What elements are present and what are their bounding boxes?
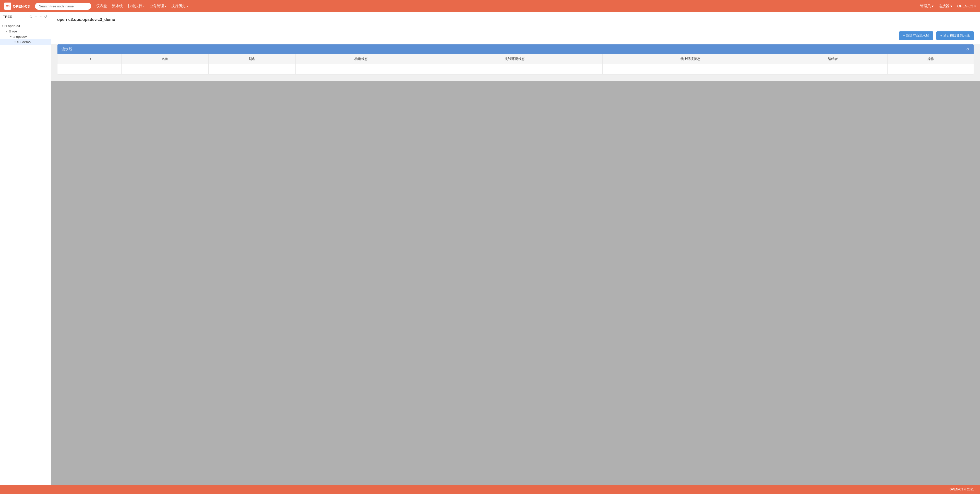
- chevron-down-icon: ▾: [187, 5, 188, 8]
- tree-node-label: ops: [12, 29, 18, 33]
- list-icon: ≡: [14, 41, 16, 44]
- admin-menu[interactable]: 管理员 ▾: [920, 4, 934, 8]
- nav-exec-history[interactable]: 执行历史 ▾: [171, 4, 188, 8]
- tree-collapse-icon[interactable]: −: [39, 14, 42, 19]
- col-editor: 编辑者: [778, 54, 888, 64]
- chevron-down-icon: ▾: [932, 4, 934, 8]
- col-alias: 别名: [208, 54, 296, 64]
- cell-name: [121, 64, 208, 74]
- top-navbar: C3 OPEN-C3 仪表盘 流水线 快速执行 ▾ 业务管理 ▾ 执行历史 ▾ …: [0, 0, 980, 12]
- search-input[interactable]: [35, 3, 91, 10]
- tree-node-label: c3_demo: [17, 40, 30, 44]
- nav-dashboard[interactable]: 仪表盘: [96, 4, 107, 8]
- cell-editor: [778, 64, 888, 74]
- cell-build-status: [296, 64, 427, 74]
- new-blank-pipeline-button[interactable]: + 新建空白流水线: [899, 32, 933, 40]
- nav-links: 仪表盘 流水线 快速执行 ▾ 业务管理 ▾ 执行历史 ▾: [96, 4, 915, 8]
- col-actions: 操作: [888, 54, 974, 64]
- gray-section: [51, 81, 980, 485]
- content-area: open-c3.ops.opsdev.c3_demo + 新建空白流水线 + 通…: [51, 12, 980, 485]
- pipeline-table-body: [57, 64, 974, 74]
- pipeline-section-title: 流水线: [62, 47, 72, 52]
- chevron-down-icon: ▾: [10, 35, 11, 38]
- chevron-down-icon: ▾: [143, 5, 145, 8]
- folder-icon: ⊡: [4, 24, 7, 28]
- tree-node-label: open-c3: [8, 24, 20, 28]
- cell-id: [57, 64, 121, 74]
- sidebar: TREE ⊙ + − ↺ ▾ ⊡ open-c3 ▾ ⊡ ops: [0, 12, 51, 485]
- new-template-pipeline-button[interactable]: + 通过模版建流水线: [936, 32, 974, 40]
- tree-refresh-icon[interactable]: ↺: [44, 14, 48, 19]
- nav-quick-exec[interactable]: 快速执行 ▾: [128, 4, 145, 8]
- tree-node-c3-demo[interactable]: ≡ c3_demo: [0, 39, 51, 44]
- pipeline-section-header: 流水线 ⟳: [57, 44, 974, 54]
- tree-node-ops[interactable]: ▾ ⊡ ops: [0, 29, 51, 34]
- connector-menu[interactable]: 连接器 ▾: [939, 4, 952, 8]
- tree-add-icon[interactable]: +: [35, 14, 38, 19]
- chevron-down-icon: ▾: [974, 4, 976, 8]
- sidebar-header: TREE ⊙ + − ↺: [0, 12, 51, 21]
- table-row: [57, 64, 974, 74]
- folder-icon: ⊡: [13, 35, 15, 38]
- logo-area[interactable]: C3 OPEN-C3: [4, 3, 30, 10]
- col-build-status: 构建状态: [296, 54, 427, 64]
- tree-locate-icon[interactable]: ⊙: [29, 14, 33, 19]
- col-name: 名称: [121, 54, 208, 64]
- content-top: open-c3.ops.opsdev.c3_demo: [51, 12, 980, 27]
- cell-test-status: [427, 64, 603, 74]
- sidebar-icons: ⊙ + − ↺: [29, 14, 48, 19]
- tree-node-opsdev[interactable]: ▾ ⊡ opsdev: [0, 34, 51, 39]
- chevron-down-icon: ▾: [950, 4, 952, 8]
- folder-icon: ⊡: [8, 30, 11, 33]
- chevron-down-icon: ▾: [2, 24, 3, 27]
- cell-alias: [208, 64, 296, 74]
- app-name: OPEN-C3: [13, 4, 30, 8]
- tree-node-open-c3[interactable]: ▾ ⊡ open-c3: [0, 23, 51, 29]
- logo-icon: C3: [4, 3, 11, 10]
- pipeline-section: 流水线 ⟳ ID 名称 别名 构建状态 测试环境状态 线上环境状态 编辑者 操作: [57, 44, 974, 75]
- col-test-status: 测试环境状态: [427, 54, 603, 64]
- main-layout: TREE ⊙ + − ↺ ▾ ⊡ open-c3 ▾ ⊡ ops: [0, 12, 980, 485]
- open-c3-menu[interactable]: OPEN-C3 ▾: [957, 4, 976, 8]
- content-actions: + 新建空白流水线 + 通过模版建流水线: [51, 27, 980, 44]
- tree-node-label: opsdev: [16, 35, 27, 38]
- tree-container: ▾ ⊡ open-c3 ▾ ⊡ ops ▾ ⊡ opsdev ≡ c3_demo: [0, 21, 51, 485]
- nav-right: 管理员 ▾ 连接器 ▾ OPEN-C3 ▾: [920, 4, 976, 8]
- footer: OPEN-C3 © 2021: [0, 485, 980, 494]
- nav-business-mgmt[interactable]: 业务管理 ▾: [150, 4, 166, 8]
- cell-prod-status: [603, 64, 778, 74]
- breadcrumb-title: open-c3.ops.opsdev.c3_demo: [57, 17, 115, 22]
- refresh-icon[interactable]: ⟳: [966, 47, 969, 51]
- col-id: ID: [57, 54, 121, 64]
- sidebar-title: TREE: [3, 15, 27, 19]
- pipeline-table-header: ID 名称 别名 构建状态 测试环境状态 线上环境状态 编辑者 操作: [57, 54, 974, 64]
- col-prod-status: 线上环境状态: [603, 54, 778, 64]
- pipeline-table: ID 名称 别名 构建状态 测试环境状态 线上环境状态 编辑者 操作: [57, 54, 974, 74]
- nav-pipeline[interactable]: 流水线: [112, 4, 123, 8]
- chevron-down-icon: ▾: [6, 30, 7, 33]
- cell-actions: [888, 64, 974, 74]
- chevron-down-icon: ▾: [165, 5, 166, 8]
- footer-text: OPEN-C3 © 2021: [949, 488, 974, 491]
